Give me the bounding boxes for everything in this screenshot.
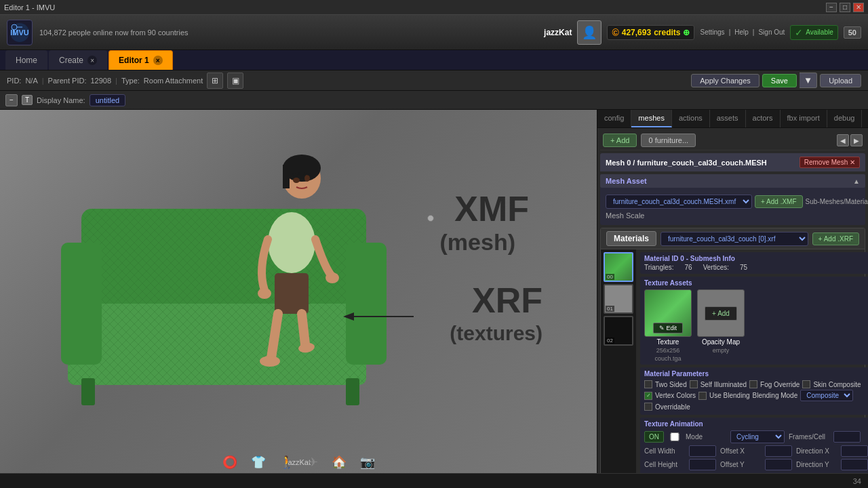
signout-link[interactable]: Sign Out (758, 28, 785, 36)
params-row-2: ✓ Vertex Colors Use Blending Blending Mo… (644, 390, 868, 401)
bottom-icon-person[interactable]: 🚶 (279, 455, 294, 470)
avatar: 👤 (577, 20, 601, 45)
frames-cell-input[interactable] (833, 431, 861, 443)
blending-mode-select[interactable]: Composite (800, 390, 853, 401)
mesh-asset-header[interactable]: Mesh Asset ▲ (600, 174, 865, 188)
save-button[interactable]: Save (762, 74, 797, 87)
texture-preview[interactable]: ✎ Edit (644, 289, 692, 337)
settings-link[interactable]: Settings (700, 28, 724, 36)
cell-width-input[interactable] (689, 445, 716, 457)
animation-on-checkbox[interactable] (668, 432, 682, 441)
tab-fbx[interactable]: fbx import (781, 110, 827, 127)
remove-mesh-button[interactable]: Remove Mesh ✕ (800, 157, 860, 168)
tab-actors[interactable]: actors (746, 110, 781, 127)
help-link[interactable]: Help (734, 28, 749, 36)
cell-height-input[interactable] (689, 459, 716, 470)
svg-rect-9 (61, 243, 102, 365)
tab-config[interactable]: config (597, 110, 631, 127)
next-mesh-button[interactable]: ▶ (850, 134, 863, 146)
offset-y-input[interactable] (765, 459, 792, 470)
collapse-mesh-asset[interactable]: ▲ (853, 178, 860, 185)
display-toggle-button[interactable]: − (5, 94, 18, 106)
bottom-icon-shirt[interactable]: 👕 (251, 455, 266, 470)
icon-btn-2[interactable]: ▣ (227, 73, 243, 89)
add-xrf-button[interactable]: + Add .XRF (812, 232, 859, 245)
tab-actions[interactable]: actions (672, 110, 710, 127)
nav-home[interactable]: Home (5, 50, 47, 70)
upload-button[interactable]: Upload (820, 74, 861, 87)
top-bar: IMVU 104,872 people online now from 90 c… (0, 15, 868, 50)
xrf-sub-label: (textures) (450, 323, 542, 344)
two-sided-checkbox[interactable] (644, 380, 652, 388)
edit-texture-button[interactable]: ✎ Edit (653, 323, 683, 333)
svg-point-18 (304, 175, 310, 182)
material-parameters-panel: Material Parameters ▲ Two Sided Self Ill… (640, 367, 868, 415)
animation-on-toggle[interactable]: ON (644, 431, 664, 443)
toolbar-right: Apply Changes Save ▼ Upload (691, 73, 861, 88)
credits-plus-icon[interactable]: ⊕ (683, 28, 690, 37)
bottom-icon-circle[interactable]: ⭕ (222, 455, 237, 470)
minimize-button[interactable]: − (826, 3, 837, 12)
svg-rect-21 (275, 273, 309, 314)
icon-btn-1[interactable]: ⊞ (207, 73, 223, 89)
direction-y-input[interactable] (841, 459, 868, 470)
thumbnail-0[interactable]: 00 (604, 252, 633, 282)
title-bar-title: Editor 1 - IMVU (4, 3, 55, 12)
materials-label: Materials (606, 231, 656, 246)
direction-y-label: Direction Y (796, 461, 837, 468)
add-mesh-button[interactable]: + Add (603, 134, 637, 147)
cell-width-label: Cell Width (644, 447, 685, 455)
maximize-button[interactable]: □ (840, 3, 850, 12)
furniture-count-button[interactable]: 0 furniture... (641, 134, 696, 147)
display-bar: − T Display Name: untitled (0, 91, 868, 110)
toolbar: PID: N/A | Parent PID: 12908 | Type: Roo… (0, 70, 868, 91)
save-dropdown-button[interactable]: ▼ (800, 73, 817, 88)
pid-label: PID: (7, 77, 21, 85)
overridable-checkbox[interactable] (644, 403, 652, 411)
mesh-asset-section: Mesh Asset ▲ furniture_couch_cal3d_couch… (600, 174, 865, 225)
tab-debug[interactable]: debug (827, 110, 863, 127)
bottom-icon-camera[interactable]: 📷 (360, 455, 375, 470)
prev-mesh-button[interactable]: ◀ (837, 134, 849, 146)
opacity-preview[interactable]: + Add (697, 289, 745, 337)
level-badge: 50 (844, 26, 861, 39)
tab-meshes[interactable]: meshes (631, 110, 672, 127)
submesh-stats: Triangles: 76 Vertices: 75 (644, 264, 868, 271)
skin-composite-checkbox[interactable] (802, 380, 810, 388)
thumbnail-2[interactable]: 02 (604, 316, 633, 346)
add-xmf-button[interactable]: + Add .XMF (755, 195, 803, 208)
use-blending-checkbox[interactable] (698, 392, 707, 400)
fog-override-checkbox[interactable] (749, 380, 757, 388)
editor-tab-close[interactable]: × (153, 56, 163, 65)
bottom-toolbar: ⭕ 👕 🚶 ✈ 🏠 📷 (222, 455, 375, 470)
type-label: Type: (121, 77, 140, 85)
mode-select[interactable]: Cycling (730, 430, 785, 443)
offset-x-label: Offset X (720, 447, 761, 455)
bottom-icon-plane[interactable]: ✈ (308, 455, 318, 470)
mesh-asset-row: furniture_couch_cal3d_couch.MESH.xmf + A… (606, 195, 860, 209)
viewport[interactable]: XMF (mesh) XRF (textures) (0, 110, 597, 473)
apply-changes-button[interactable]: Apply Changes (691, 74, 760, 87)
create-tab-close[interactable]: × (87, 56, 97, 65)
add-opacity-button[interactable]: + Add (705, 306, 737, 321)
vertex-colors-checkbox[interactable]: ✓ (644, 392, 652, 400)
direction-x-input[interactable] (841, 445, 868, 457)
blending-mode-label: Blending Mode (753, 392, 798, 399)
fog-override-label: Fog Override (760, 381, 800, 388)
nav-editor[interactable]: Editor 1 × (108, 50, 173, 70)
offset-x-input[interactable] (765, 445, 792, 457)
page-number: 34 (853, 477, 861, 485)
username: jazzKat (544, 28, 572, 37)
bottom-icon-home[interactable]: 🏠 (332, 455, 347, 470)
type-indicator[interactable]: T (22, 95, 33, 105)
status-area[interactable]: ✓ Available (790, 25, 837, 40)
self-illuminated-checkbox[interactable] (690, 380, 698, 388)
close-button[interactable]: ✕ (853, 3, 864, 12)
mesh-asset-dropdown[interactable]: furniture_couch_cal3d_couch.MESH.xmf (606, 195, 752, 209)
materials-dropdown[interactable]: furniture_couch_cal3d_couch [0].xrf (660, 232, 808, 246)
thumbnail-1[interactable]: 01 (604, 284, 633, 314)
anim-row-1: ON Mode Cycling Frames/Cell (644, 430, 868, 443)
tab-assets[interactable]: assets (710, 110, 746, 127)
nav-create[interactable]: Create × (49, 50, 107, 70)
mode-label: Mode (686, 433, 726, 441)
